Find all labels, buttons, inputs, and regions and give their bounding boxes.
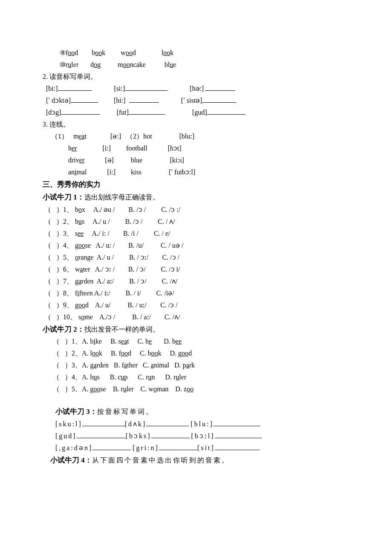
odd-one-row: （ ）5、A. goose B. ruler C. woman D. zoo [43, 383, 349, 395]
blank-input[interactable] [215, 431, 262, 438]
mcq-row: （ ）2、 bus A./ u / B. /ɔ / C. / ʌ/ [43, 216, 349, 228]
blank-input[interactable] [125, 84, 167, 91]
try2-title: 小试牛刀 2：找出发音不一样的单词。 [43, 323, 349, 336]
blank-input[interactable] [159, 443, 197, 450]
word-row-10: ⑩ruler dog mooncake blue [43, 59, 349, 71]
blank-input[interactable] [215, 443, 259, 450]
blank-input[interactable] [58, 84, 92, 91]
try3-row-3: [ˌga:dən] [gri:n][sit] [55, 442, 349, 454]
phon-row-2: [ˈ dɔktə] [hi:] [ˈ sistə] [43, 95, 349, 107]
mcq-row: （ ）10、 some A./ɔ / B. / aː/ C. /ʌ/ [43, 311, 349, 323]
match-row-2: her [i:] football [hɔt] [43, 142, 349, 154]
blank-input[interactable] [82, 419, 125, 426]
odd-one-row: （ ）4、A. bus B. cup C. run D. ruler [43, 371, 349, 383]
blank-input[interactable] [61, 107, 100, 115]
try3-title: 小试牛刀 3：按音标写单词。 [55, 405, 349, 418]
blank-input[interactable] [129, 95, 159, 103]
odd-one-row: （ ）2、A. look B. food C. book D. good [43, 347, 349, 359]
try3-row-2: [gud][bɔks] [bɔːl] [55, 430, 349, 442]
blank-input[interactable] [151, 431, 190, 438]
mcq-row: （ ）4、 goose A./ u: / B. /u/ C. / uə / [43, 240, 349, 251]
mcq-row: （ ）5、 orange A./ u / B. / ɔː/ C. /ɔ / [43, 251, 349, 263]
word-row-9: ⑨food book wood look [43, 47, 349, 59]
blank-input[interactable] [129, 107, 165, 115]
odd-one-row: （ ）3、A. garden B. father C. animal D. pa… [43, 359, 349, 371]
blank-input[interactable] [207, 107, 245, 115]
match-row-3: driver [ə] blue [ki:s] [43, 154, 349, 166]
phon-row-3: [dɔg] [fut] [gud] [43, 107, 349, 119]
mcq-row: （ ）9、 good A./ u/ B. / uː/ C. /ɔ / [43, 299, 349, 311]
mcq-row: （ ）3、 see A./ i: / B. /i / C. / e/ [43, 228, 349, 240]
section-3-title: 3. 连线。 [43, 119, 349, 130]
odd-one-row: （ ）1、A. bike B. seat C. he D. bee [43, 335, 349, 347]
blank-input[interactable] [202, 95, 236, 103]
try4-title: 小试牛刀 4：从下面四个音素中选出你听到的音素。 [50, 454, 349, 467]
blank-input[interactable] [92, 443, 131, 450]
try3-row-1: [sku:l][dʌk] [blu:] [55, 418, 349, 430]
mcq-row: （ ）7、 garden A./ aː/ B. / ɔ/ C. /ʌ/ [43, 275, 349, 287]
blank-input[interactable] [213, 419, 260, 426]
mcq-row: （ ）8、 fifteen A./ iː/ B. / i/ C. /iə/ [43, 287, 349, 299]
blank-input[interactable] [146, 419, 189, 426]
blank-input[interactable] [71, 95, 98, 103]
section-2-title: 2. 读音标写单词。 [43, 71, 349, 83]
match-row-1: （1） meat [ə:] （2）hot [blu:] [43, 130, 349, 142]
blank-input[interactable] [205, 84, 235, 91]
try1-title: 小试牛刀 1：选出划线字母正确读音。 [43, 191, 349, 204]
match-row-4: animal [i:] kiss [ˈ futbɔ:l] [43, 166, 349, 178]
mcq-row: （ ）6、 water A./ ɔː / B. / ɔ/ C. /ɔ i/ [43, 263, 349, 275]
blank-input[interactable] [77, 431, 126, 438]
phon-row-1: [bi:] [si:] [hə:] [43, 83, 349, 95]
section-iii-title: 三、秀秀你的实力 [43, 178, 349, 191]
mcq-row: （ ）1、 box A./ əu / B. /ɔ / C. /ɔ :/ [43, 204, 349, 216]
